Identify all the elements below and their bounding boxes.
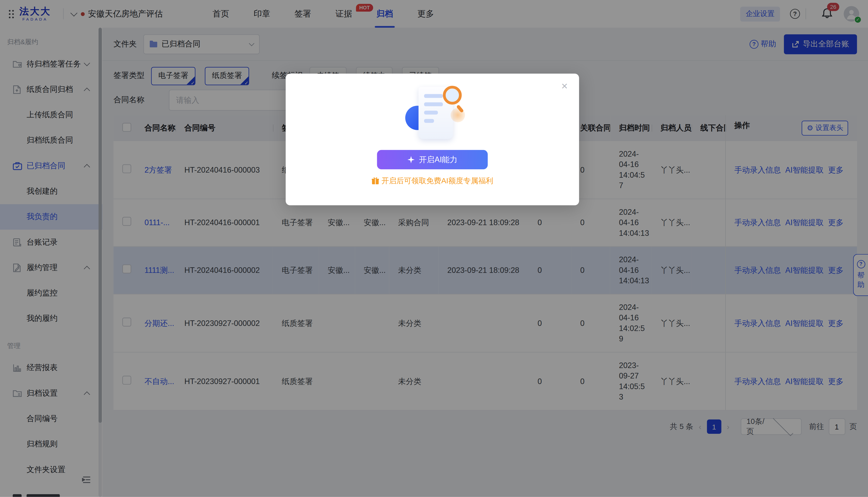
ai-benefit-note: 开启后可领取免费AI额度专属福利	[286, 176, 579, 186]
ai-search-illustration	[402, 86, 463, 143]
sparkle-icon	[407, 156, 415, 163]
gift-icon	[372, 177, 379, 185]
ai-capability-modal: ✕ 开启AI能力 开启后可领取免费AI额度专属福利	[286, 74, 579, 205]
enable-ai-button[interactable]: 开启AI能力	[377, 150, 488, 169]
app-window: 法大大 FADADA 安徽天亿房地产评估 首页印章签署证据HOT归档更多 企业设…	[0, 0, 868, 497]
close-icon[interactable]: ✕	[561, 81, 568, 91]
